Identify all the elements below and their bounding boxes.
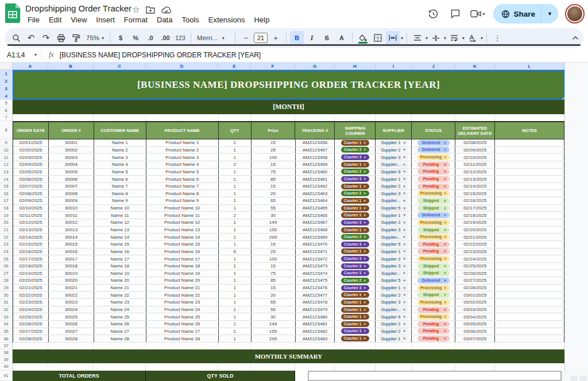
row-header-19[interactable]: 19 — [0, 212, 13, 219]
row-header-22[interactable]: 22 — [0, 234, 13, 241]
column-title-customer-name[interactable]: CUSTOMER NAME — [94, 122, 146, 139]
row-header-7[interactable]: 7 — [0, 114, 13, 121]
tracking-cell[interactable]: AMZ123457 — [296, 147, 335, 154]
row-header-5[interactable]: 5 — [0, 100, 13, 107]
order-number-cell[interactable]: 30016 — [49, 248, 94, 255]
notes-cell[interactable] — [495, 161, 564, 168]
supplier-chip[interactable]: Supplier 3▼ — [378, 263, 409, 269]
price-cell[interactable]: 65 — [252, 197, 296, 204]
tracking-cell[interactable]: AMZ123463 — [296, 190, 335, 197]
notes-cell[interactable] — [495, 190, 564, 197]
column-title-product-name[interactable]: PRODUCT NAME — [146, 122, 219, 139]
row-header-2[interactable]: 2 — [0, 77, 13, 85]
fill-color-icon[interactable] — [356, 31, 370, 45]
customer-name-cell[interactable]: Name 12 — [94, 219, 146, 226]
supplier-chip[interactable]: Supplier...▼ — [378, 162, 409, 168]
status-dropdown[interactable]: Pending▼ — [412, 248, 455, 255]
courier-dropdown[interactable]: Courier 1▼ — [335, 212, 376, 219]
row-header-13[interactable]: 13 — [0, 169, 13, 176]
courier-dropdown[interactable]: Courier 3▼ — [335, 285, 376, 291]
order-date-cell[interactable]: 02/17/2025 — [13, 255, 49, 262]
order-date-cell[interactable]: 02/11/2025 — [13, 212, 49, 219]
status-pill[interactable]: Processing▼ — [417, 300, 450, 305]
product-name-cell[interactable]: Product Name 28 — [146, 335, 219, 342]
order-number-cell[interactable]: 30012 — [49, 219, 94, 226]
status-pill[interactable]: Processing▼ — [417, 256, 450, 262]
supplier-chip[interactable]: Supplier 5▼ — [378, 242, 409, 247]
star-icon[interactable]: ☆ — [132, 5, 140, 15]
share-dropdown[interactable]: ▼ — [541, 4, 558, 24]
product-name-cell[interactable]: Product Name 23 — [146, 299, 219, 306]
supplier-dropdown[interactable]: Supplier...▼ — [376, 197, 412, 204]
price-cell[interactable]: 15 — [252, 161, 296, 168]
order-number-cell[interactable]: 30013 — [49, 227, 94, 234]
notes-cell[interactable] — [495, 176, 564, 182]
tracking-cell[interactable]: AMZ123461 — [296, 176, 335, 182]
tracking-cell[interactable]: AMZ123460 — [296, 169, 335, 176]
notes-cell[interactable] — [495, 205, 564, 212]
row-header-11[interactable]: 11 — [0, 154, 13, 161]
product-name-cell[interactable]: Product Name 21 — [146, 285, 219, 291]
status-dropdown[interactable]: Delivered▼ — [412, 147, 455, 154]
notes-cell[interactable] — [495, 248, 564, 255]
supplier-dropdown[interactable]: Supplier 2▼ — [376, 147, 412, 154]
supplier-chip[interactable]: Supplier 3▼ — [378, 154, 409, 160]
delivery-date-cell[interactable]: 03/04/2025 — [455, 313, 495, 320]
product-name-cell[interactable]: Product Name 14 — [146, 234, 219, 240]
delivery-date-cell[interactable]: 02/20/2025 — [455, 227, 495, 234]
supplier-chip[interactable]: Supplier 2▼ — [378, 147, 409, 153]
status-dropdown[interactable]: Pending▼ — [412, 306, 455, 313]
tracking-cell[interactable]: AMZ123466 — [296, 212, 335, 219]
chevron-down-icon[interactable]: ▾ — [481, 36, 483, 41]
status-dropdown[interactable]: Processing▼ — [412, 219, 455, 226]
supplier-chip[interactable]: Supplier 1▼ — [378, 140, 409, 146]
increase-font-size-button[interactable]: + — [269, 31, 283, 45]
text-rotation-icon[interactable] — [466, 31, 479, 45]
qty-cell[interactable]: 1 — [219, 205, 252, 212]
courier-dropdown[interactable]: Courier 1▼ — [335, 306, 376, 313]
courier-dropdown[interactable]: Courier 1▼ — [335, 197, 376, 204]
delivery-date-cell[interactable]: 03/01/2025 — [455, 291, 495, 298]
row-header-34[interactable]: 34 — [0, 321, 13, 328]
order-number-cell[interactable]: 30014 — [49, 234, 94, 240]
order-number-cell[interactable]: 30004 — [49, 161, 94, 168]
status-dropdown[interactable]: Processing▼ — [412, 154, 455, 161]
customer-name-cell[interactable]: Name 25 — [94, 313, 146, 320]
row-header-20[interactable]: 20 — [0, 219, 13, 227]
row-header-21[interactable]: 21 — [0, 227, 13, 234]
order-date-cell[interactable]: 02/05/2025 — [13, 169, 49, 176]
price-cell[interactable]: 155 — [252, 328, 296, 335]
column-header-A[interactable]: A — [13, 63, 48, 70]
delivery-date-cell[interactable]: 02/24/2025 — [455, 255, 495, 262]
order-date-cell[interactable]: 02/19/2025 — [13, 270, 49, 277]
courier-pill[interactable]: Courier 1▼ — [341, 336, 369, 341]
title-banner-cell[interactable]: [BUSINESS NAME] DROPSHIPPING ORDER TRACK… — [13, 70, 564, 100]
row-header-36[interactable]: 36 — [0, 335, 13, 343]
product-name-cell[interactable]: Product Name 26 — [146, 321, 219, 328]
status-dropdown[interactable]: Processing▼ — [412, 313, 455, 320]
customer-name-cell[interactable]: Name 6 — [94, 176, 146, 182]
supplier-chip[interactable]: Supplier 2▼ — [378, 292, 409, 298]
column-header-D[interactable]: D — [146, 63, 218, 70]
delivery-date-cell[interactable]: 02/09/2025 — [455, 147, 495, 154]
courier-pill[interactable]: Courier 2▼ — [341, 234, 369, 240]
notes-cell[interactable] — [495, 154, 564, 161]
product-name-cell[interactable]: Product Name 16 — [146, 248, 219, 255]
row-header-10[interactable]: 10 — [0, 147, 13, 154]
menu-file[interactable]: File — [23, 14, 44, 25]
menu-data[interactable]: Data — [152, 14, 177, 25]
qty-cell[interactable]: 1 — [219, 299, 252, 306]
row-header-24[interactable]: 24 — [0, 248, 13, 256]
status-dropdown[interactable]: Pending▼ — [412, 328, 455, 335]
product-name-cell[interactable]: Product Name 19 — [146, 270, 219, 277]
price-cell[interactable]: 15 — [252, 241, 296, 248]
status-pill[interactable]: Pending▼ — [417, 321, 450, 327]
price-cell[interactable]: 85 — [252, 277, 296, 284]
merge-options-dropdown[interactable]: ▾ — [401, 36, 403, 41]
product-name-cell[interactable]: Product Name 2 — [146, 147, 219, 154]
supplier-chip[interactable]: Supplier 5▼ — [378, 169, 409, 174]
courier-pill[interactable]: Courier 3▼ — [341, 328, 369, 334]
status-dropdown[interactable]: Processing▼ — [412, 234, 455, 240]
delivery-date-cell[interactable]: 02/22/2025 — [455, 241, 495, 248]
zoom-control[interactable]: 75%▾ — [84, 34, 106, 41]
